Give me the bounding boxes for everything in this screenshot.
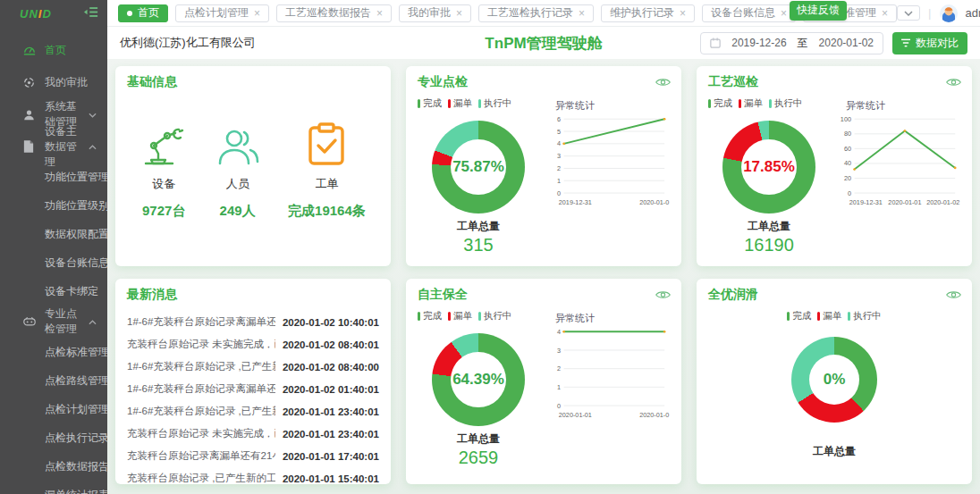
message-list: 1#-6#充装秤台原始记录离漏单还有21小时59...2020-01-02 10… bbox=[127, 311, 379, 484]
message-row[interactable]: 1#-6#充装秤台原始记录离漏单还有21小时59...2020-01-02 10… bbox=[127, 311, 379, 333]
sidebar-subitem[interactable]: 设备台账信息 bbox=[0, 248, 107, 277]
legend-swatch bbox=[769, 99, 772, 108]
legend-item[interactable]: 执行中 bbox=[478, 97, 512, 110]
chart-caption: 异常统计 bbox=[846, 99, 960, 113]
user-icon bbox=[23, 108, 36, 121]
close-icon[interactable]: × bbox=[579, 7, 585, 20]
legend-item[interactable]: 漏单 bbox=[448, 310, 472, 322]
svg-text:80: 80 bbox=[844, 130, 851, 138]
legend-swatch bbox=[848, 312, 850, 321]
process-patrol-card: 工艺巡检 完成漏单执行中 17.85% 工单总量 16190 异常统计 0204… bbox=[697, 66, 972, 266]
date-end: 2020-01-02 bbox=[819, 37, 874, 49]
close-icon[interactable]: × bbox=[781, 7, 787, 20]
message-row[interactable]: 1#-6#充装秤台原始记录 ,已产生新的工单,生成...2020-01-01 2… bbox=[127, 400, 379, 423]
svg-text:4: 4 bbox=[557, 328, 561, 336]
card-title: 基础信息 bbox=[127, 74, 379, 90]
tab[interactable]: 工艺巡检数据报告× bbox=[276, 4, 392, 22]
legend-label: 漏单 bbox=[453, 310, 472, 322]
sidebar-subitem[interactable]: 数据权限配置 bbox=[0, 220, 107, 248]
legend-item[interactable]: 执行中 bbox=[769, 97, 803, 110]
sidebar-subitem[interactable]: 点检数据报告 bbox=[0, 452, 107, 481]
message-text: 1#-6#充装秤台原始记录离漏单还有21小时59... bbox=[127, 382, 275, 396]
legend-label: 执行中 bbox=[484, 310, 512, 322]
quick-feedback-button[interactable]: 快捷反馈 bbox=[790, 1, 847, 21]
sidebar-subitem[interactable]: 漏单统计报表 bbox=[0, 481, 107, 494]
legend-label: 执行中 bbox=[774, 97, 803, 110]
eye-icon[interactable] bbox=[655, 75, 671, 91]
sidebar-item[interactable]: 设备主数据管理 bbox=[0, 130, 107, 163]
close-icon[interactable]: × bbox=[456, 7, 462, 20]
message-row[interactable]: 充装秤台原始记录 未实施完成，已漏单，漏单...2020-01-02 08:40… bbox=[127, 333, 379, 356]
svg-text:1: 1 bbox=[557, 383, 561, 391]
card-title: 全优润滑 bbox=[708, 287, 960, 303]
completion-donut-chart: 0% bbox=[791, 337, 877, 423]
tab[interactable]: 我的审批× bbox=[399, 4, 471, 22]
sidebar-subitem[interactable]: 点检计划管理 bbox=[0, 395, 107, 423]
tab[interactable]: 维护执行记录× bbox=[601, 4, 695, 22]
legend: 完成漏单执行中 bbox=[418, 310, 539, 322]
legend-item[interactable]: 漏单 bbox=[817, 310, 841, 322]
date-range-picker[interactable]: 2019-12-26 至 2020-01-02 bbox=[700, 32, 883, 54]
close-icon[interactable]: × bbox=[254, 7, 260, 20]
completion-percent: 75.87% bbox=[432, 121, 525, 214]
robot-arm-icon bbox=[140, 121, 187, 167]
compare-icon bbox=[901, 38, 911, 47]
message-row[interactable]: 1#-6#充装秤台原始记录 ,已产生新的工单,生成...2020-01-02 0… bbox=[127, 356, 379, 378]
legend: 完成漏单执行中 bbox=[787, 310, 882, 322]
menu-fold-icon[interactable] bbox=[84, 5, 98, 21]
tab-bar: 首页点检计划管理×工艺巡检数据报告×我的审批×工艺巡检执行记录×维护执行记录×设… bbox=[118, 4, 897, 22]
sidebar-subitem[interactable]: 点检路线管理 bbox=[0, 366, 107, 395]
app-logo: UNID bbox=[20, 7, 52, 21]
legend-item[interactable]: 完成 bbox=[418, 97, 442, 110]
tab-label: 工艺巡检执行记录 bbox=[487, 5, 573, 21]
legend-item[interactable]: 完成 bbox=[708, 97, 732, 110]
sidebar-subitem[interactable]: 设备卡绑定 bbox=[0, 277, 107, 306]
tab[interactable]: 设备台账信息× bbox=[702, 4, 796, 22]
close-icon[interactable]: × bbox=[376, 7, 383, 20]
sidebar-item[interactable]: 我的审批 bbox=[0, 66, 107, 98]
message-row[interactable]: 充装秤台原始记录 ,已产生新的工单,生成工单...2020-01-01 15:4… bbox=[127, 467, 379, 484]
eye-icon[interactable] bbox=[946, 75, 961, 91]
svg-text:2020-01-01: 2020-01-01 bbox=[888, 198, 921, 206]
legend-item[interactable]: 执行中 bbox=[848, 310, 882, 322]
close-icon[interactable]: × bbox=[882, 7, 888, 20]
legend-item[interactable]: 漏单 bbox=[739, 97, 763, 110]
legend-item[interactable]: 完成 bbox=[418, 310, 442, 322]
approval-icon bbox=[23, 76, 36, 88]
chevron-up-icon bbox=[89, 140, 97, 153]
header-controls: 2019-12-26 至 2020-01-02 数据对比 bbox=[700, 32, 967, 54]
legend-label: 完成 bbox=[792, 310, 811, 322]
sidebar-subitem[interactable]: 点检执行记录 bbox=[0, 423, 107, 452]
legend-label: 执行中 bbox=[853, 310, 882, 322]
legend-item[interactable]: 执行中 bbox=[478, 310, 512, 322]
tab[interactable]: 工艺巡检执行记录× bbox=[478, 4, 594, 22]
message-row[interactable]: 充装秤台原始记录 未实施完成，已漏单，漏单...2020-01-01 23:40… bbox=[127, 423, 379, 445]
data-compare-button[interactable]: 数据对比 bbox=[892, 32, 967, 54]
abnormal-line-chart: 012342020-01-012020-01-0 bbox=[546, 325, 670, 423]
completion-donut-chart: 64.39% bbox=[432, 333, 525, 426]
sidebar-subitem[interactable]: 功能位置级别 bbox=[0, 191, 107, 220]
user-menu[interactable]: admin bbox=[966, 6, 980, 20]
user-avatar[interactable] bbox=[940, 4, 958, 22]
eye-icon[interactable] bbox=[946, 288, 961, 304]
legend-label: 漏单 bbox=[744, 97, 763, 110]
tab-overflow-button[interactable] bbox=[897, 5, 920, 21]
tab[interactable]: 点检计划管理× bbox=[175, 4, 269, 22]
sidebar-item[interactable]: 首页 bbox=[0, 34, 107, 66]
tab-active[interactable]: 首页 bbox=[118, 4, 168, 22]
message-row[interactable]: 1#-6#充装秤台原始记录离漏单还有21小时59...2020-01-02 01… bbox=[127, 378, 379, 400]
sidebar-item-label: 专业点检管理 bbox=[45, 306, 80, 337]
legend-item[interactable]: 漏单 bbox=[448, 97, 472, 110]
dashboard-icon bbox=[23, 44, 36, 56]
total-label: 工单总量 bbox=[813, 444, 856, 459]
eye-icon[interactable] bbox=[655, 288, 671, 304]
close-icon[interactable]: × bbox=[680, 7, 686, 20]
sidebar-item[interactable]: 专业点检管理 bbox=[0, 306, 107, 338]
lubrication-card: 全优润滑 完成漏单执行中 0% 工单总量 bbox=[697, 279, 972, 484]
sidebar-subitem[interactable]: 点检标准管理 bbox=[0, 338, 107, 366]
legend-item[interactable]: 完成 bbox=[787, 310, 811, 322]
calendar-icon bbox=[710, 38, 721, 48]
message-row[interactable]: 充装秤台原始记录离漏单还有21小时59分,请...2020-01-01 17:4… bbox=[127, 445, 379, 467]
sidebar-subitem[interactable]: 功能位置管理 bbox=[0, 163, 107, 191]
card-title: 自主保全 bbox=[418, 287, 670, 303]
